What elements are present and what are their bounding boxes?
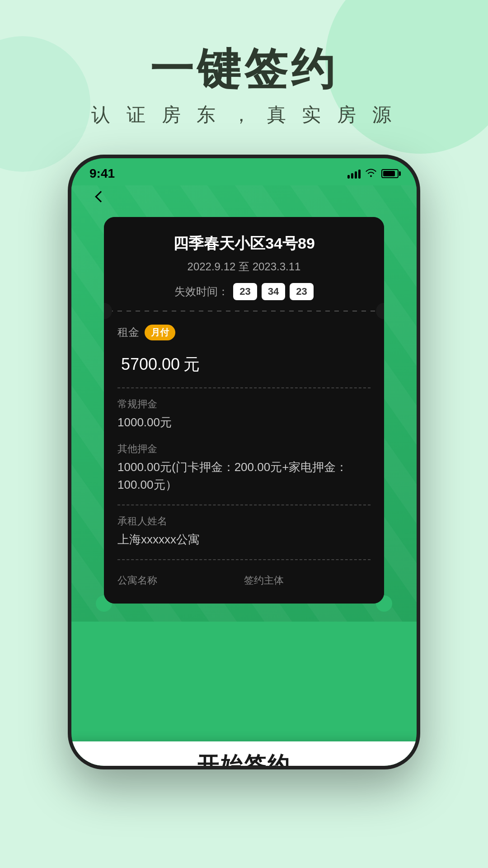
- expire-time-3: 23: [290, 283, 313, 300]
- signal-bar-2: [351, 173, 353, 179]
- tenant-block: 承租人姓名 上海xxxxxx公寓: [117, 514, 371, 548]
- rent-label: 租金: [117, 325, 139, 340]
- deposit-label: 常规押金: [117, 397, 371, 411]
- hero-section: 一键签约 认 证 房 东 ， 真 实 房 源: [0, 0, 488, 127]
- status-icons: [347, 167, 399, 180]
- expire-time-1: 23: [233, 283, 257, 300]
- expire-row: 失效时间： 23 34 23: [117, 283, 371, 300]
- rent-period-badge: 月付: [145, 325, 175, 340]
- contract-card: 四季春天小区34号89 2022.9.12 至 2023.3.11 失效时间： …: [104, 217, 384, 604]
- company-item: 公寓名称: [117, 569, 244, 594]
- status-bar: 9:41: [71, 158, 417, 185]
- other-deposit-block: 其他押金 1000.00元(门卡押金：200.00元+家电押金：100.00元）: [117, 442, 371, 494]
- notch-outer-wrapper: 四季春天小区34号89 2022.9.12 至 2023.3.11 失效时间： …: [97, 217, 391, 604]
- signal-icon: [347, 169, 361, 179]
- phone-inner-header: 四季春天小区34号89 2022.9.12 至 2023.3.11 失效时间： …: [71, 185, 417, 622]
- ticket-top: 四季春天小区34号89 2022.9.12 至 2023.3.11 失效时间： …: [104, 217, 384, 311]
- phone-mockup: 9:41: [68, 155, 420, 769]
- status-time: 9:41: [89, 166, 115, 181]
- divider-1: [117, 387, 371, 388]
- battery-icon: [381, 169, 399, 178]
- rent-row: 租金 月付: [117, 325, 371, 340]
- phone-scrollable: 四季春天小区34号89 2022.9.12 至 2023.3.11 失效时间： …: [71, 185, 417, 769]
- hero-title: 一键签约: [0, 45, 488, 93]
- scroll-inner: 四季春天小区34号89 2022.9.12 至 2023.3.11 失效时间： …: [71, 185, 417, 694]
- info-grid: 公寓名称 签约主体: [117, 559, 371, 594]
- sign-subject-item: 签约主体: [244, 569, 371, 594]
- company-label: 公寓名称: [117, 574, 244, 587]
- wifi-icon: [365, 167, 377, 180]
- rent-unit: 元: [183, 355, 200, 373]
- deposit-value: 1000.00元: [117, 414, 371, 431]
- expire-label: 失效时间：: [174, 284, 229, 299]
- signal-bar-3: [355, 171, 357, 179]
- tenant-label: 承租人姓名: [117, 514, 371, 528]
- ticket-bottom: 租金 月付 5700.00元 常规押金 1000: [104, 311, 384, 604]
- start-sign-button[interactable]: 开始签约: [197, 750, 291, 769]
- other-deposit-label: 其他押金: [117, 442, 371, 456]
- deposit-block: 常规押金 1000.00元: [117, 397, 371, 431]
- rent-amount-value: 5700.00: [121, 355, 180, 373]
- back-chevron-icon: [95, 191, 106, 202]
- back-button[interactable]: [89, 185, 112, 208]
- signal-bar-1: [347, 175, 350, 179]
- battery-fill: [383, 171, 395, 176]
- sign-subject-label: 签约主体: [244, 574, 371, 587]
- expire-time-2: 34: [262, 283, 285, 300]
- divider-2: [117, 505, 371, 505]
- phone-wrapper: 9:41: [0, 155, 488, 769]
- signal-bar-4: [358, 170, 361, 179]
- tenant-value: 上海xxxxxx公寓: [117, 531, 371, 548]
- rent-amount: 5700.00元: [117, 343, 371, 377]
- hero-subtitle: 认 证 房 东 ， 真 实 房 源: [0, 102, 488, 127]
- other-deposit-value: 1000.00元(门卡押金：200.00元+家电押金：100.00元）: [117, 458, 371, 494]
- property-name: 四季春天小区34号89: [117, 233, 371, 254]
- cta-bar: 开始签约: [71, 741, 417, 769]
- date-range: 2022.9.12 至 2023.3.11: [117, 259, 371, 274]
